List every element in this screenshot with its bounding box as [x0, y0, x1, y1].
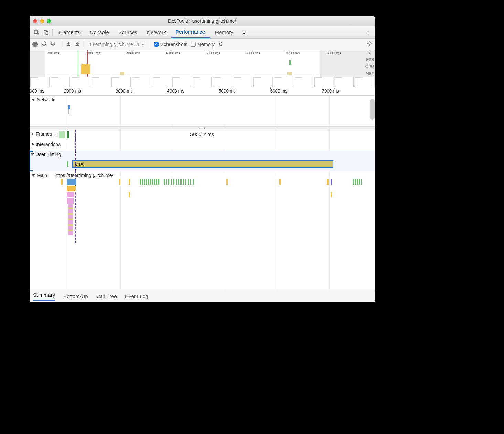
task-block[interactable]: [119, 179, 120, 185]
main-track-header[interactable]: Main — https://usertiming.glitch.me/: [30, 171, 375, 180]
screenshot-thumb[interactable]: [152, 77, 171, 87]
frames-track[interactable]: Frames s 5055.2 ms: [30, 130, 375, 140]
task-block[interactable]: [140, 179, 160, 185]
flamechart-time-ruler[interactable]: 000 ms 2000 ms 3000 ms 4000 ms 5000 ms 6…: [30, 87, 375, 96]
tab-event-log[interactable]: Event Log: [125, 293, 149, 299]
task-block[interactable]: [331, 179, 332, 185]
task-block[interactable]: [67, 192, 74, 197]
screenshot-thumb[interactable]: [111, 77, 131, 87]
pane-splitter[interactable]: • • •: [30, 127, 375, 130]
tab-network[interactable]: Network: [142, 26, 171, 38]
interactions-track[interactable]: Interactions: [30, 140, 375, 151]
screenshot-thumb[interactable]: [193, 77, 212, 87]
screenshot-thumb[interactable]: [172, 77, 191, 87]
clear-icon[interactable]: [50, 41, 56, 47]
network-track[interactable]: Network: [30, 96, 375, 127]
task-block[interactable]: [353, 179, 362, 185]
task-block[interactable]: [331, 192, 332, 197]
tabs-overflow-button[interactable]: »: [238, 26, 251, 38]
screenshot-thumb[interactable]: [355, 77, 374, 87]
user-timing-track-header[interactable]: User Timing: [31, 152, 61, 157]
screenshot-thumb[interactable]: [314, 77, 333, 87]
task-block[interactable]: [67, 186, 76, 191]
divider: [149, 41, 149, 48]
inspect-element-icon[interactable]: [32, 30, 41, 35]
cpu-activity-spike: [287, 72, 292, 75]
frames-label: Frames: [36, 131, 52, 137]
network-request-bar[interactable]: [68, 105, 70, 109]
svg-rect-2: [46, 31, 48, 34]
svg-point-4: [368, 32, 369, 33]
device-toolbar-icon[interactable]: [41, 30, 51, 35]
disclosure-triangle-down-icon: [31, 153, 34, 156]
screenshot-thumb[interactable]: [335, 77, 354, 87]
ruler-tick: 5000 ms: [219, 88, 236, 94]
record-button-icon[interactable]: [32, 42, 38, 47]
user-timing-measure-cta[interactable]: CTA: [72, 160, 333, 168]
load-profile-icon[interactable]: [66, 41, 71, 47]
task-block[interactable]: [67, 179, 76, 185]
tab-console[interactable]: Console: [85, 26, 114, 38]
recording-select[interactable]: usertiming.glitch.me #1 ▾: [90, 42, 144, 47]
user-timing-mark[interactable]: [67, 161, 68, 167]
network-request-bar[interactable]: [68, 109, 69, 114]
task-block[interactable]: [279, 179, 281, 185]
task-block[interactable]: [327, 179, 329, 185]
tab-memory[interactable]: Memory: [210, 26, 238, 38]
screenshot-thumb[interactable]: [132, 77, 151, 87]
overview-tick: 000 ms: [47, 51, 59, 55]
garbage-collect-icon[interactable]: [218, 41, 223, 47]
cpu-activity-spike: [120, 72, 124, 75]
interactions-track-header[interactable]: Interactions: [30, 140, 375, 149]
ruler-tick: 2000 ms: [64, 88, 81, 94]
tab-call-tree[interactable]: Call Tree: [96, 293, 117, 299]
main-thread-track[interactable]: Main — https://usertiming.glitch.me/: [30, 171, 375, 243]
task-block[interactable]: [129, 179, 130, 185]
timeline-overview[interactable]: 000 ms 2000 ms 3000 ms 4000 ms 5000 ms 6…: [30, 50, 375, 87]
task-block[interactable]: [129, 192, 130, 197]
checkbox-unchecked-icon: [191, 42, 196, 47]
settings-gear-icon[interactable]: [366, 41, 372, 47]
frames-track-header[interactable]: Frames: [30, 130, 54, 138]
disclosure-triangle-right-icon: [32, 143, 34, 146]
flamechart-area[interactable]: Network • • • Frames s 5055.2 ms Interac…: [30, 96, 375, 290]
ruler-tick: 6000 ms: [270, 88, 287, 94]
screenshot-thumb[interactable]: [30, 77, 50, 87]
aux-divider: [75, 130, 76, 140]
screenshot-thumb[interactable]: [253, 77, 273, 87]
tab-performance[interactable]: Performance: [171, 26, 210, 38]
net-label: NET: [365, 70, 374, 77]
screenshot-filmstrip[interactable]: [30, 77, 375, 87]
tab-summary[interactable]: Summary: [33, 292, 55, 301]
task-block[interactable]: [61, 179, 63, 185]
user-timing-track[interactable]: User Timing CTA: [30, 151, 375, 171]
screenshot-thumb[interactable]: [71, 77, 90, 87]
memory-checkbox[interactable]: Memory: [191, 42, 215, 47]
screenshot-thumb[interactable]: [294, 77, 313, 87]
overview-time-ruler: 000 ms 2000 ms 3000 ms 4000 ms 5000 ms 6…: [30, 50, 375, 56]
tab-elements[interactable]: Elements: [54, 26, 85, 38]
kebab-menu-icon[interactable]: [363, 30, 373, 35]
task-block[interactable]: [164, 179, 195, 185]
task-block[interactable]: [68, 204, 73, 235]
task-block[interactable]: [67, 198, 74, 204]
screenshots-checkbox[interactable]: ✓ Screenshots: [154, 42, 187, 47]
save-profile-icon[interactable]: [75, 41, 80, 47]
network-track-header[interactable]: Network: [30, 96, 375, 104]
screenshot-thumb[interactable]: [91, 77, 110, 87]
fps-label: FPS: [365, 56, 374, 63]
tab-sources[interactable]: Sources: [114, 26, 142, 38]
screenshot-thumb[interactable]: [213, 77, 232, 87]
overview-tick: 5000 ms: [206, 51, 220, 55]
screenshot-thumb[interactable]: [51, 77, 70, 87]
reload-record-icon[interactable]: [41, 41, 47, 47]
frame-block[interactable]: [59, 131, 65, 138]
screenshot-thumb[interactable]: [233, 77, 252, 87]
tab-bottom-up[interactable]: Bottom-Up: [63, 293, 88, 299]
devtools-main-tabs: Elements Console Sources Network Perform…: [30, 26, 375, 39]
task-block[interactable]: [226, 179, 228, 185]
screenshot-thumb[interactable]: [274, 77, 293, 87]
frame-block[interactable]: [67, 131, 69, 138]
svg-point-3: [368, 30, 369, 31]
disclosure-triangle-right-icon: [32, 132, 34, 136]
